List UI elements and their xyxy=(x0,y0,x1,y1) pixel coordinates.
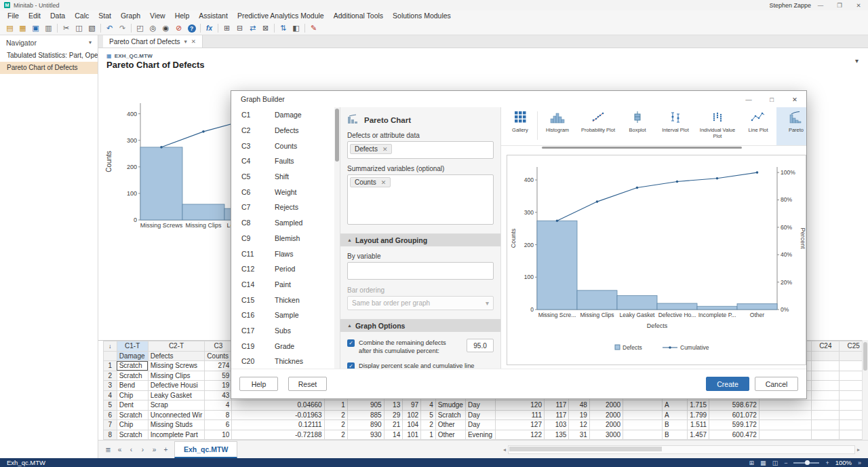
cell[interactable]: Smudge xyxy=(435,400,465,411)
annotation-pen-icon[interactable]: ✎ xyxy=(307,22,320,35)
row-header[interactable]: 4 xyxy=(104,390,117,400)
row-header[interactable]: 5 xyxy=(104,400,117,411)
cell[interactable]: Scratch xyxy=(117,361,148,371)
cell[interactable]: 59 xyxy=(205,371,232,381)
insert-function-icon[interactable]: fx xyxy=(203,22,216,35)
save-project-icon[interactable]: ▣ xyxy=(29,22,42,35)
cut-icon[interactable]: ✂ xyxy=(60,22,73,35)
summarized-field[interactable]: Counts ✕ xyxy=(347,174,494,225)
gallery-item-histogram[interactable]: Histogram xyxy=(538,107,577,145)
cell[interactable]: 135 xyxy=(544,430,568,440)
cell[interactable] xyxy=(623,400,663,411)
cell[interactable]: 598.672 xyxy=(709,400,760,411)
navigator-item-pareto-chart-of-defects[interactable]: Pareto Chart of Defects xyxy=(0,62,98,74)
column-name-header[interactable]: Damage xyxy=(117,351,148,361)
percent-scale-checkbox[interactable]: ✓ xyxy=(347,362,355,369)
cell[interactable]: Evening xyxy=(465,430,495,440)
column-item-c12[interactable]: C12Period xyxy=(231,261,340,277)
cell[interactable]: 10 xyxy=(205,430,232,440)
dialog-minimize-icon[interactable]: — xyxy=(737,91,760,107)
gallery-item-pareto[interactable]: Pareto xyxy=(776,107,806,145)
chip-remove-icon[interactable]: ✕ xyxy=(381,179,387,186)
insert-cells-icon[interactable]: ⊞ xyxy=(220,22,233,35)
tab-pareto-chart-of-defects[interactable]: Pareto Chart of Defects ▾ ✕ xyxy=(103,35,203,48)
cell[interactable]: 1.799 xyxy=(688,410,709,420)
cell[interactable]: 2 xyxy=(421,420,436,430)
cell[interactable] xyxy=(623,420,663,430)
restore-icon[interactable]: ❐ xyxy=(830,0,849,10)
cell[interactable]: 1.715 xyxy=(688,400,709,411)
row-header[interactable]: 7 xyxy=(104,420,117,430)
move-columns-icon[interactable]: ⇄ xyxy=(246,22,259,35)
column-item-c16[interactable]: C16Sample xyxy=(231,307,340,323)
help-button[interactable]: Help xyxy=(239,377,278,391)
cell[interactable]: Dent xyxy=(117,400,148,411)
open-dialog-icon[interactable]: ◰ xyxy=(134,22,146,35)
cell[interactable]: 930 xyxy=(347,430,384,440)
cell[interactable]: Scratch xyxy=(435,410,465,420)
cell[interactable] xyxy=(759,430,811,440)
column-item-c20[interactable]: C20Thicknes xyxy=(231,354,340,369)
cell[interactable]: 101 xyxy=(403,430,421,440)
cell[interactable]: Leaky Gasket xyxy=(148,390,205,400)
column-item-c2[interactable]: C2Defects xyxy=(231,123,340,138)
statusbar-more-icon[interactable]: » xyxy=(858,460,861,466)
menu-view[interactable]: View xyxy=(145,10,170,22)
cell[interactable] xyxy=(812,371,840,381)
last-sheet-icon[interactable]: » xyxy=(149,446,160,453)
cell[interactable]: 274 xyxy=(205,361,232,371)
defects-variable-chip[interactable]: Defects ✕ xyxy=(350,144,392,154)
cell[interactable]: B xyxy=(663,430,688,440)
column-item-c6[interactable]: C6Weight xyxy=(231,184,340,200)
gallery-item-probability[interactable]: Probability Plot xyxy=(577,107,619,145)
zoom-slider[interactable] xyxy=(793,462,819,464)
cell[interactable]: A xyxy=(663,400,688,411)
menu-edit[interactable]: Edit xyxy=(24,10,45,22)
gallery-item-lineplot[interactable]: Line Plot xyxy=(740,107,776,145)
column-header[interactable]: C2-T xyxy=(148,341,205,352)
cell[interactable]: Missing Studs xyxy=(148,420,205,430)
cell[interactable]: 2 xyxy=(324,410,347,420)
navigator-item-tabulated-statistics-part-operator[interactable]: Tabulated Statistics: Part, Operator xyxy=(0,50,98,62)
cell[interactable]: 19 xyxy=(569,410,590,420)
column-list-scrollbar[interactable] xyxy=(334,107,340,369)
cell[interactable]: 1 xyxy=(421,430,436,440)
next-sheet-icon[interactable]: › xyxy=(137,446,149,453)
cell[interactable]: 8 xyxy=(205,410,232,420)
cell[interactable]: 127 xyxy=(495,420,544,430)
cell[interactable]: 2000 xyxy=(589,410,623,420)
cell[interactable]: Bend xyxy=(117,381,148,391)
cell[interactable] xyxy=(623,430,663,440)
cell[interactable]: 21 xyxy=(384,420,403,430)
menu-help[interactable]: Help xyxy=(170,10,195,22)
cell[interactable] xyxy=(812,390,840,400)
output-collapse-icon[interactable]: ▾ xyxy=(855,57,859,64)
add-sheet-icon[interactable]: + xyxy=(160,446,172,453)
column-item-c17[interactable]: C17Subs xyxy=(231,323,340,339)
user-name[interactable]: Stephen Zappe xyxy=(769,2,811,9)
column-item-c7[interactable]: C7Rejects xyxy=(231,200,340,215)
cell[interactable]: 599.172 xyxy=(709,420,760,430)
worksheet-vertical-scrollbar[interactable] xyxy=(862,340,868,440)
cell[interactable]: Scratch xyxy=(117,410,148,420)
cell[interactable]: 905 xyxy=(347,400,384,411)
cell[interactable]: 1.457 xyxy=(688,430,709,440)
cell[interactable]: 0.04660 xyxy=(232,400,324,411)
column-header[interactable]: C24 xyxy=(812,341,840,352)
tab-menu-caret-icon[interactable]: ▾ xyxy=(184,38,187,45)
cell[interactable]: Scratch xyxy=(117,430,148,440)
column-item-c19[interactable]: C19Grade xyxy=(231,338,340,354)
column-item-c15[interactable]: C15Thicken xyxy=(231,292,340,307)
undo-icon[interactable]: ↶ xyxy=(103,22,116,35)
worksheet-horizontal-scrollbar[interactable] xyxy=(508,445,855,454)
cell[interactable]: 29 xyxy=(384,410,403,420)
cell[interactable]: 6 xyxy=(205,420,232,430)
cell[interactable] xyxy=(812,410,840,420)
cell[interactable] xyxy=(812,420,840,430)
cell[interactable]: Day xyxy=(465,420,495,430)
cell[interactable]: 111 xyxy=(495,410,544,420)
clear-columns-icon[interactable]: ⊠ xyxy=(259,22,272,35)
counts-variable-chip[interactable]: Counts ✕ xyxy=(350,177,391,187)
sheet-list-icon[interactable]: ≣ xyxy=(102,446,114,453)
cell[interactable]: -0.01963 xyxy=(232,410,324,420)
